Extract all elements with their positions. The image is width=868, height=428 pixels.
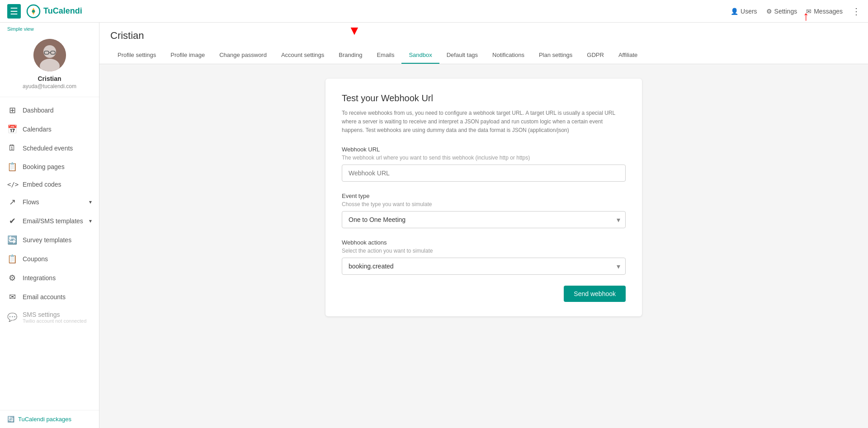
webhook-card: Test your Webhook Url To receive webhook… (326, 79, 642, 316)
tucalendi-logo-icon (26, 4, 41, 19)
tab-sandbox[interactable]: Sandbox (401, 47, 439, 64)
sidebar-item-label-booking-pages: Booking pages (23, 163, 65, 170)
content-area: Test your Webhook Url To receive webhook… (99, 64, 868, 428)
sidebar-item-email-accounts[interactable]: ✉ Email accounts (0, 287, 99, 306)
booking-pages-icon: 📋 (7, 162, 17, 172)
sidebar-item-email-sms-templates[interactable]: ✔ Email/SMS templates ▾ (0, 212, 99, 230)
tab-branding[interactable]: Branding (331, 47, 369, 64)
coupons-icon: 📋 (7, 254, 17, 264)
webhook-actions-label: Webhook actions (342, 239, 626, 246)
embed-codes-icon: </> (7, 181, 17, 188)
tucalendi-packages-link[interactable]: 🔄 TuCalendi packages (7, 416, 92, 423)
users-nav-button[interactable]: 👤 Users (731, 8, 757, 15)
tabs-bar: Profile settings Profile image Change pa… (110, 47, 857, 64)
sms-settings-sublabel: Twilio account not connected (23, 318, 86, 324)
top-navbar: ☰ TuCalendi 👤 Users ⚙ Settings ✉ Message… (0, 0, 868, 23)
card-title: Test your Webhook Url (342, 93, 626, 103)
tab-emails[interactable]: Emails (369, 47, 401, 64)
webhook-url-input[interactable] (342, 165, 626, 182)
messages-nav-icon: ✉ (806, 8, 811, 15)
event-type-select[interactable]: One to One Meeting Group Meeting Round R… (342, 211, 626, 228)
sidebar-item-label-scheduled-events: Scheduled events (23, 145, 73, 152)
flows-chevron-icon: ▾ (89, 199, 92, 205)
page-header: Cristian Profile settings Profile image … (99, 23, 868, 64)
sidebar-item-coupons[interactable]: 📋 Coupons (0, 249, 99, 268)
sidebar-item-integrations[interactable]: ⚙ Integrations (0, 268, 99, 287)
tab-change-password[interactable]: Change password (212, 47, 274, 64)
tab-affiliate[interactable]: Affiliate (611, 47, 645, 64)
tab-notifications[interactable]: Notifications (485, 47, 532, 64)
tab-profile-settings[interactable]: Profile settings (110, 47, 163, 64)
webhook-actions-select[interactable]: booking.created booking.cancelled bookin… (342, 258, 626, 275)
sidebar-item-survey-templates[interactable]: 🔄 Survey templates (0, 230, 99, 249)
messages-nav-button[interactable]: ✉ Messages (806, 8, 843, 15)
logo-text: TuCalendi (43, 6, 82, 16)
integrations-icon: ⚙ (7, 273, 17, 283)
sidebar-item-label-flows: Flows (23, 198, 39, 206)
main-layout: Simple view Cristian ayuda@tucalendi.com… (0, 23, 868, 428)
card-description: To receive webhooks from us, you need to… (342, 109, 626, 135)
sidebar-item-sms-settings[interactable]: 💬 SMS settings Twilio account not connec… (0, 306, 99, 328)
webhook-url-sublabel: The webhook url where you want to send t… (342, 155, 626, 161)
hamburger-menu[interactable]: ☰ (7, 4, 21, 19)
sms-settings-icon: 💬 (7, 312, 17, 322)
sidebar-item-label-sms-settings: SMS settings (23, 311, 86, 318)
sidebar: Simple view Cristian ayuda@tucalendi.com… (0, 23, 99, 428)
svg-point-3 (43, 45, 56, 58)
dashboard-icon: ⊞ (7, 105, 17, 115)
packages-icon: 🔄 (7, 416, 14, 423)
navbar-right: 👤 Users ⚙ Settings ✉ Messages ⋮ (731, 6, 861, 17)
calendars-icon: 📅 (7, 124, 17, 134)
main-content: Cristian Profile settings Profile image … (99, 23, 868, 428)
event-type-group: Event type Chosse the type you want to s… (342, 193, 626, 228)
event-type-label: Event type (342, 193, 626, 199)
sidebar-item-label-email-accounts: Email accounts (23, 293, 66, 301)
sidebar-item-flows[interactable]: ↗ Flows ▾ (0, 193, 99, 212)
avatar-image (33, 39, 66, 71)
email-sms-chevron-icon: ▾ (89, 218, 92, 224)
user-email: ayuda@tucalendi.com (23, 83, 76, 89)
settings-nav-label: Settings (774, 8, 797, 15)
send-webhook-button[interactable]: Send webhook (564, 286, 626, 302)
avatar (33, 39, 66, 71)
sidebar-item-booking-pages[interactable]: 📋 Booking pages (0, 157, 99, 176)
tab-default-tags[interactable]: Default tags (439, 47, 485, 64)
simple-view-toggle[interactable]: Simple view (0, 23, 99, 32)
sidebar-item-label-email-sms-templates: Email/SMS templates (23, 217, 83, 225)
users-nav-label: Users (741, 8, 757, 15)
tab-account-settings[interactable]: Account settings (274, 47, 331, 64)
email-sms-templates-icon: ✔ (7, 216, 17, 226)
page-title: Cristian (110, 30, 857, 42)
tab-profile-image[interactable]: Profile image (163, 47, 212, 64)
sidebar-item-label-coupons: Coupons (23, 255, 48, 263)
email-accounts-icon: ✉ (7, 292, 17, 302)
settings-nav-button[interactable]: ⚙ Settings (766, 8, 797, 15)
event-type-select-wrapper: One to One Meeting Group Meeting Round R… (342, 211, 626, 228)
survey-templates-icon: 🔄 (7, 235, 17, 245)
webhook-url-group: Webhook URL The webhook url where you wa… (342, 146, 626, 182)
scheduled-events-icon: 🗓 (7, 143, 17, 153)
svg-point-1 (32, 10, 35, 13)
card-footer: Send webhook (342, 286, 626, 302)
navbar-left: ☰ TuCalendi (7, 4, 82, 19)
tab-plan-settings[interactable]: Plan settings (532, 47, 580, 64)
sidebar-item-label-calendars: Calendars (23, 126, 52, 133)
sidebar-item-calendars[interactable]: 📅 Calendars (0, 120, 99, 139)
event-type-sublabel: Chosse the type you want to simulate (342, 201, 626, 207)
user-name: Cristian (38, 75, 61, 82)
webhook-actions-select-wrapper: booking.created booking.cancelled bookin… (342, 258, 626, 275)
sidebar-nav: ⊞ Dashboard 📅 Calendars 🗓 Scheduled even… (0, 97, 99, 410)
tab-gdpr[interactable]: GDPR (580, 47, 611, 64)
user-profile: Cristian ayuda@tucalendi.com (0, 32, 99, 97)
webhook-url-label: Webhook URL (342, 146, 626, 153)
sidebar-item-label-dashboard: Dashboard (23, 107, 54, 114)
flows-icon: ↗ (7, 197, 17, 207)
sidebar-item-scheduled-events[interactable]: 🗓 Scheduled events (0, 139, 99, 157)
users-nav-icon: 👤 (731, 8, 738, 15)
sidebar-item-dashboard[interactable]: ⊞ Dashboard (0, 101, 99, 120)
sidebar-footer: 🔄 TuCalendi packages (0, 410, 99, 428)
more-options-button[interactable]: ⋮ (852, 6, 861, 17)
settings-nav-icon: ⚙ (766, 8, 772, 15)
sidebar-item-embed-codes[interactable]: </> Embed codes (0, 176, 99, 193)
logo-area: TuCalendi (26, 4, 82, 19)
